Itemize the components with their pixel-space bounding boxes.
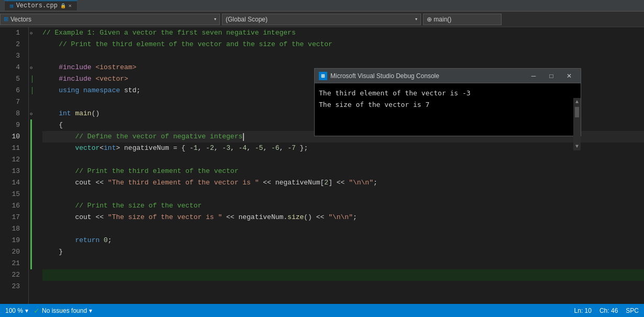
ln-1: 1 — [0, 27, 24, 39]
ln-8: 8 — [0, 108, 24, 119]
tab-label: Vectors.cpp — [16, 2, 58, 9]
status-bar: 100 % ▾ ✓ No issues found ▾ Ln: 10 Ch: 4… — [0, 304, 644, 317]
code-line-18 — [42, 223, 644, 235]
vectors-dropdown[interactable]: ⊞ Vectors ▾ — [0, 14, 220, 25]
ln-3: 3 — [0, 50, 24, 62]
debug-console-minimize-button[interactable]: ─ — [526, 71, 541, 81]
tab-icon: ⊞ — [10, 3, 14, 9]
code-line-21 — [42, 258, 644, 269]
ln-5: 5 — [0, 73, 24, 85]
ln-20: 20 — [0, 246, 24, 258]
code-line-22 — [42, 269, 644, 281]
scope-dropdown-arrow: ▾ — [415, 17, 417, 21]
zoom-arrow: ▾ — [25, 307, 28, 314]
debug-console-title-text: Microsoft Visual Studio Debug Console — [330, 72, 523, 80]
ln-11: 11 — [0, 143, 24, 154]
ln-17: 17 — [0, 212, 24, 223]
tab-close-button[interactable]: ✕ — [69, 3, 72, 9]
tab-pin: 🔒 — [60, 3, 66, 9]
title-bar: ⊞ Vectors.cpp 🔒 ✕ — [0, 0, 644, 12]
collapse-1[interactable]: ⊖ — [30, 30, 32, 36]
debug-console-titlebar: ⊞ Microsoft Visual Studio Debug Console … — [315, 69, 581, 83]
vectors-label: Vectors — [10, 16, 31, 23]
issues-label: No issues found — [42, 307, 87, 314]
debug-console-close-button[interactable]: ✕ — [562, 71, 576, 81]
code-line-12 — [42, 154, 644, 166]
status-right: Ln: 10 Ch: 46 SPC — [574, 307, 639, 314]
code-line-15 — [42, 189, 644, 200]
scope-dropdown[interactable]: (Global Scope) ▾ — [222, 14, 421, 25]
ln-14: 14 — [0, 177, 24, 189]
code-line-13: // Print the third element of the vector — [42, 166, 644, 177]
ln-6: 6 — [0, 85, 24, 96]
code-line-16: // Print the size of the vector — [42, 200, 644, 212]
check-icon: ✓ — [34, 307, 40, 315]
ln-7: 7 — [0, 96, 24, 108]
editor-area: 1 2 3 4 5 6 7 8 9 10 11 12 13 14 15 16 1… — [0, 27, 644, 304]
left-margin: ⊖ ⊖ ⊖ — [29, 27, 37, 304]
ln-9: 9 — [0, 119, 24, 131]
ln-15: 15 — [0, 189, 24, 200]
spc-status: SPC — [626, 307, 639, 314]
ln-21: 21 — [0, 258, 24, 269]
scroll-thumb[interactable] — [575, 107, 579, 117]
vectors-dropdown-arrow: ▾ — [214, 17, 216, 21]
debug-output-line-3: The size of the vector is 7 — [319, 99, 471, 111]
vectors-icon: ⊞ — [4, 16, 8, 23]
scope-label: (Global Scope) — [226, 16, 268, 23]
main-label: ⊕ main() — [427, 16, 451, 23]
ln-2: 2 — [0, 39, 24, 50]
ln-22: 22 — [0, 269, 24, 281]
ln-12: 12 — [0, 154, 24, 166]
main-dropdown[interactable]: ⊕ main() — [423, 14, 502, 25]
collapse-4[interactable]: ⊖ — [30, 65, 32, 71]
code-line-14: cout << "The third element of the vector… — [42, 177, 644, 189]
code-line-23 — [42, 281, 644, 292]
debug-scrollbar[interactable]: ▲ ▼ — [573, 98, 581, 150]
ln-status: Ln: 10 — [574, 307, 592, 314]
ln-18: 18 — [0, 223, 24, 235]
line-numbers: 1 2 3 4 5 6 7 8 9 10 11 12 13 14 15 16 1… — [0, 27, 29, 304]
zoom-label: 100 % — [5, 307, 23, 314]
ln-13: 13 — [0, 166, 24, 177]
ch-status: Ch: 46 — [599, 307, 618, 314]
ln-19: 19 — [0, 235, 24, 246]
code-line-20: } — [42, 246, 644, 258]
code-line-19: return 0; — [42, 235, 644, 246]
ln-4: 4 — [0, 62, 24, 73]
debug-console: ⊞ Microsoft Visual Studio Debug Console … — [314, 68, 581, 136]
code-line-11: vector<int> negativeNum = { -1, -2, -3, … — [42, 143, 644, 154]
code-line-3 — [42, 50, 644, 62]
scroll-down-button[interactable]: ▼ — [574, 143, 580, 150]
issues-arrow: ▾ — [89, 307, 92, 314]
debug-console-maximize-button[interactable]: □ — [544, 71, 559, 81]
toolbar: ⊞ Vectors ▾ (Global Scope) ▾ ⊕ main() — [0, 12, 644, 27]
code-line-17: cout << "The size of the vector is " << … — [42, 212, 644, 223]
issues-indicator[interactable]: ✓ No issues found ▾ — [34, 307, 92, 315]
collapse-8[interactable]: ⊖ — [30, 111, 32, 117]
code-line-2: // Print the third element of the vector… — [42, 39, 644, 50]
ln-10: 10 — [0, 131, 24, 143]
debug-output-line-1: The third element of the vector is -3 — [319, 88, 471, 99]
zoom-control[interactable]: 100 % ▾ — [5, 307, 28, 314]
debug-console-icon: ⊞ — [319, 72, 327, 80]
code-line-1: // Example 1: Given a vector the first s… — [42, 27, 644, 39]
scroll-up-button[interactable]: ▲ — [574, 98, 580, 106]
ln-16: 16 — [0, 200, 24, 212]
debug-console-content: The third element of the vector is -3 Th… — [315, 83, 475, 136]
active-tab[interactable]: ⊞ Vectors.cpp 🔒 ✕ — [4, 1, 77, 10]
text-cursor — [243, 133, 244, 141]
ln-23: 23 — [0, 281, 24, 292]
